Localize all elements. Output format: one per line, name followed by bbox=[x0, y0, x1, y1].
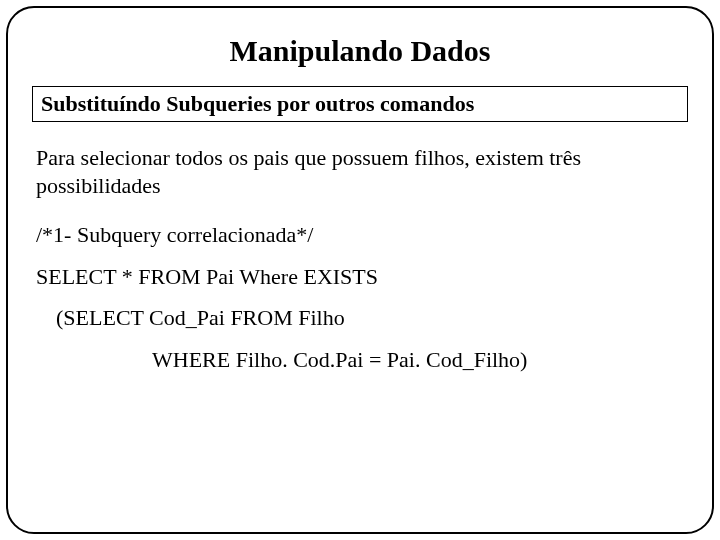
intro-paragraph: Para selecionar todos os pais que possue… bbox=[32, 144, 688, 199]
sql-comment: /*1- Subquery correlacionada*/ bbox=[32, 221, 688, 249]
sql-select-outer: SELECT * FROM Pai Where EXISTS bbox=[32, 263, 688, 291]
sql-select-inner: (SELECT Cod_Pai FROM Filho bbox=[32, 304, 688, 332]
sql-where-clause: WHERE Filho. Cod.Pai = Pai. Cod_Filho) bbox=[32, 346, 688, 374]
slide-title: Manipulando Dados bbox=[32, 34, 688, 68]
slide-subtitle: Substituíndo Subqueries por outros coman… bbox=[32, 86, 688, 122]
slide-frame: Manipulando Dados Substituíndo Subquerie… bbox=[6, 6, 714, 534]
